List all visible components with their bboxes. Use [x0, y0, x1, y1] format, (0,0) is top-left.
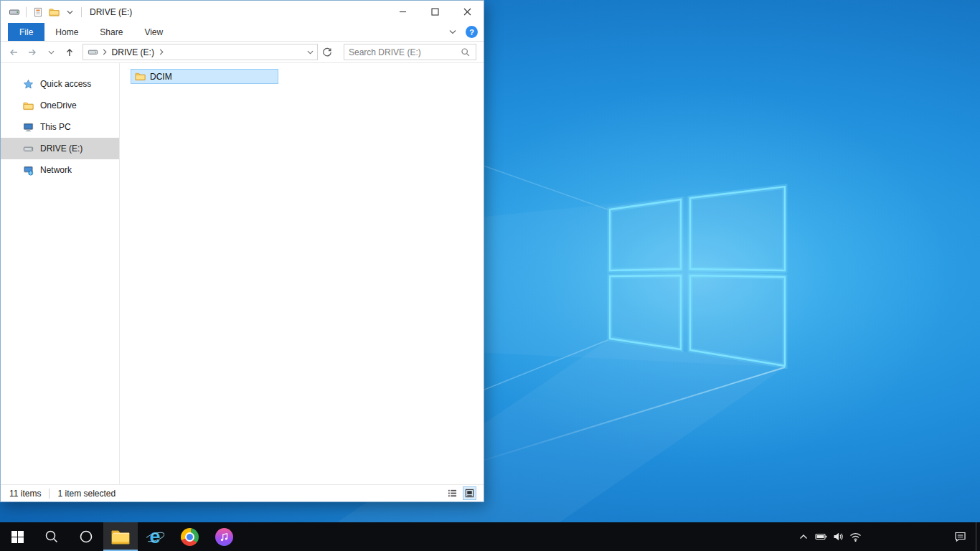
back-button[interactable] [5, 44, 23, 61]
taskbar-internet-explorer-button[interactable]: e [138, 522, 172, 551]
folder-icon [134, 71, 146, 83]
titlebar[interactable]: DRIVE (E:) [1, 1, 484, 23]
chevron-right-icon [103, 47, 107, 57]
forward-button[interactable] [24, 44, 42, 61]
hidden-icons-button[interactable] [795, 522, 812, 551]
cortana-ring-icon [79, 529, 93, 544]
refresh-button[interactable] [319, 44, 336, 61]
tab-file[interactable]: File [8, 23, 44, 41]
taskbar-search-button[interactable] [34, 522, 69, 551]
help-button[interactable]: ? [466, 26, 478, 38]
sidebar-item-quick-access[interactable]: Quick access [1, 73, 119, 95]
sidebar-item-label: This PC [40, 122, 71, 132]
separator [81, 7, 82, 17]
show-desktop-button[interactable] [976, 522, 980, 551]
taskbar: e [0, 522, 980, 551]
search-box [344, 44, 476, 60]
location-drive-icon [88, 47, 99, 58]
drive-icon [22, 143, 34, 154]
screen: DRIVE (E:) File Home Share View [0, 0, 980, 551]
navigation-bar: DRIVE (E:) [1, 42, 484, 63]
taskbar-chrome-button[interactable] [172, 522, 207, 551]
properties-button[interactable] [32, 6, 44, 18]
tab-view[interactable]: View [133, 23, 174, 41]
battery-button[interactable] [812, 522, 829, 551]
items-count: 11 items [9, 489, 41, 499]
file-item-dcim[interactable]: DCIM [131, 69, 278, 84]
search-input[interactable] [349, 47, 460, 57]
itunes-icon [215, 528, 233, 546]
breadcrumb-drive[interactable]: DRIVE (E:) [110, 46, 156, 59]
star-icon [22, 78, 34, 90]
sidebar-item-label: Quick access [40, 79, 91, 89]
sidebar-item-onedrive[interactable]: OneDrive [1, 95, 119, 116]
sidebar-item-label: Network [40, 165, 72, 175]
new-folder-button[interactable] [47, 6, 60, 18]
volume-button[interactable] [829, 522, 847, 551]
details-view-button[interactable] [446, 486, 459, 500]
window-body: Quick access OneDrive This PC [1, 63, 484, 484]
sidebar-item-label: OneDrive [40, 100, 77, 110]
search-icon [44, 529, 59, 544]
windows-logo-icon [11, 531, 24, 543]
caption-buttons [387, 1, 484, 23]
up-button[interactable] [61, 44, 79, 61]
start-button[interactable] [0, 522, 34, 551]
speaker-icon [832, 531, 844, 542]
file-list-pane[interactable]: DCIM [120, 63, 484, 484]
customize-toolbar-chevron[interactable] [63, 6, 76, 18]
action-center-button[interactable] [944, 522, 976, 551]
large-icons-view-button[interactable] [463, 486, 476, 500]
maximize-button[interactable] [419, 1, 451, 23]
recent-locations-chevron[interactable] [42, 44, 60, 61]
network-icon [22, 164, 34, 176]
onedrive-folder-icon [22, 100, 34, 111]
sidebar-item-label: DRIVE (E:) [40, 143, 83, 154]
close-button[interactable] [451, 1, 484, 23]
this-pc-icon [22, 121, 34, 133]
status-bar: 11 items 1 item selected [1, 484, 484, 501]
chrome-icon [181, 528, 199, 546]
system-tray [795, 522, 980, 551]
action-center-icon [954, 531, 966, 542]
chevron-up-icon [799, 534, 808, 540]
minimize-button[interactable] [387, 1, 419, 23]
separator [49, 489, 50, 499]
chevron-right-icon [159, 47, 164, 57]
navigation-pane: Quick access OneDrive This PC [1, 63, 120, 484]
file-name: DCIM [150, 72, 172, 82]
folder-icon [111, 529, 130, 545]
view-toggles [446, 486, 476, 500]
search-icon[interactable] [460, 47, 471, 58]
cortana-button[interactable] [69, 522, 103, 551]
taskbar-itunes-button[interactable] [207, 522, 241, 551]
separator [26, 7, 27, 17]
tab-home[interactable]: Home [44, 23, 89, 41]
sidebar-item-network[interactable]: Network [1, 159, 119, 181]
address-bar[interactable]: DRIVE (E:) [83, 44, 319, 60]
tab-share[interactable]: Share [89, 23, 133, 41]
windows-logo-icon [610, 187, 785, 366]
ie-icon: e [145, 527, 165, 547]
window-title: DRIVE (E:) [90, 7, 132, 17]
ribbon-tabs: File Home Share View ? [1, 23, 484, 42]
selection-count: 1 item selected [57, 489, 116, 499]
network-button[interactable] [847, 522, 864, 551]
sidebar-item-this-pc[interactable]: This PC [1, 116, 119, 138]
battery-icon [815, 531, 827, 542]
sidebar-item-drive-e[interactable]: DRIVE (E:) [1, 138, 119, 159]
address-dropdown-chevron[interactable] [303, 44, 317, 60]
file-explorer-window: DRIVE (E:) File Home Share View [0, 0, 484, 502]
taskbar-file-explorer-button[interactable] [103, 522, 138, 551]
window-drive-icon [8, 6, 21, 18]
expand-ribbon-chevron[interactable] [446, 26, 459, 39]
wifi-icon [849, 532, 862, 542]
